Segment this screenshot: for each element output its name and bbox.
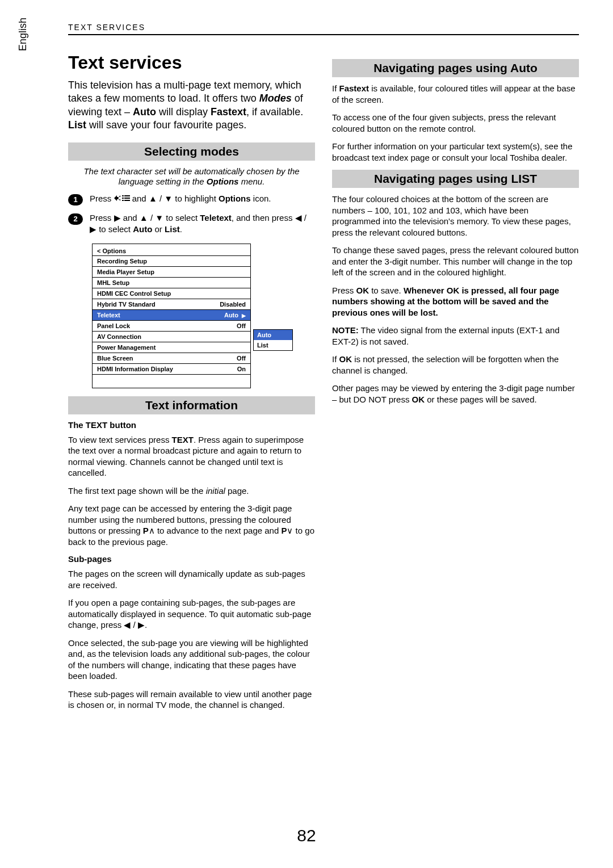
main-title: Text services [68,52,315,73]
body-text: Any text page can be accessed by enterin… [68,503,315,547]
body-text: To access one of the four given subjects… [332,112,579,134]
osd-popup-option: List [254,340,292,350]
body-text: The pages on the screen will dynamically… [68,568,315,590]
body-text: NOTE: The video signal from the external… [332,325,579,347]
osd-row: Media Player Setup [93,266,250,277]
osd-row: Recording Setup [93,255,250,266]
osd-row: HDMI Information DisplayOn [93,363,250,374]
intro-paragraph: This television has a multi-page text me… [68,79,315,132]
step-2: 2 Press ▶ and ▲ / ▼ to select Teletext, … [68,212,315,236]
svg-rect-1 [122,198,124,199]
right-column: Navigating pages using Auto If Fastext i… [332,52,579,718]
osd-row: Hybrid TV StandardDisabled [93,299,250,309]
menu-icon [114,194,130,205]
osd-screenshot: < Options Recording Setup Media Player S… [92,244,315,388]
page-number: 82 [297,826,316,845]
svg-rect-3 [124,195,130,196]
body-text: If you open a page containing sub-pages,… [68,597,315,631]
osd-popup: Auto List [253,329,293,351]
language-tab: English [17,18,29,51]
arrow-down-icon: ∨ [287,526,293,535]
triangle-right-icon [238,312,246,318]
svg-rect-4 [124,198,130,199]
step-badge-1: 1 [68,194,83,206]
osd-row: AV Connection [93,331,250,342]
body-text: These sub-pages will remain available to… [68,689,315,711]
svg-rect-0 [122,195,124,196]
body-text: To view text services press TEXT. Press … [68,434,315,479]
osd-menu: < Options Recording Setup Media Player S… [92,244,251,388]
body-text: Press OK to save. Whenever OK is pressed… [332,285,579,318]
osd-header: < Options [93,244,250,255]
svg-rect-2 [122,200,124,201]
body-text: To change these saved pages, press the r… [332,245,579,278]
body-text: If OK is not pressed, the selection will… [332,354,579,376]
body-text: The first text page shown will be the in… [68,485,315,497]
osd-row: Panel LockOff [93,320,250,331]
osd-row-selected: TeletextAuto [93,309,250,320]
osd-row: HDMI CEC Control Setup [93,288,250,299]
left-column: Text services This television has a mult… [68,52,315,718]
section-nav-list: Navigating pages using LIST [332,170,579,188]
section-nav-auto: Navigating pages using Auto [332,59,579,77]
osd-row: MHL Setup [93,277,250,288]
section-text-information: Text information [68,396,315,414]
page-header: TEXT SERVICES [68,23,579,35]
options-note: The text character set will be automatic… [68,166,315,188]
osd-popup-option-selected: Auto [254,330,292,340]
arrow-up-icon: ∧ [149,526,155,535]
body-text: For further information on your particul… [332,141,579,163]
body-text: Once selected, the sub-page you are view… [68,638,315,682]
section-selecting-modes: Selecting modes [68,142,315,161]
osd-row: Power Management [93,342,250,353]
body-text: The four coloured choices at the bottom … [332,194,579,238]
body-text: If Fastext is available, four coloured t… [332,83,579,105]
step-1: 1 Press and ▲ / ▼ to highlight Options i… [68,193,315,206]
osd-row: Blue ScreenOff [93,353,250,363]
step-badge-2: 2 [68,213,83,225]
subheading-text-button: The TEXT button [68,420,315,430]
body-text: Other pages may be viewed by entering th… [332,383,579,405]
subheading-sub-pages: Sub-pages [68,554,315,564]
svg-rect-5 [124,200,130,201]
